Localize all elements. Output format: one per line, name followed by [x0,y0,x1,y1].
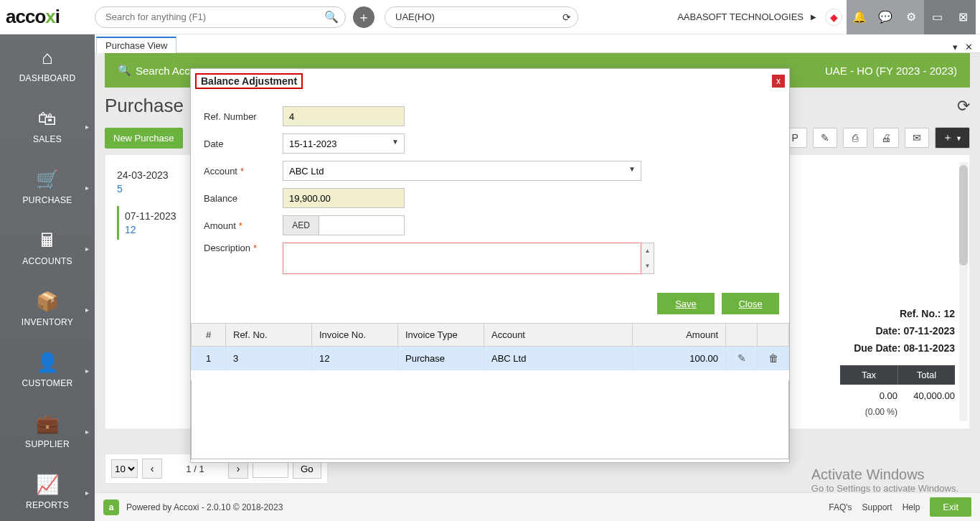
amount-wrapper: AED [283,215,405,235]
label-balance: Balance [204,193,283,204]
mail-icon[interactable]: ✉ [905,128,929,148]
pdf-icon[interactable]: ⎙ [843,128,867,148]
faq-link[interactable]: FAQ's [829,502,852,512]
alert-badge-icon[interactable]: ◆ [825,9,842,26]
prev-page-button[interactable]: ‹ [142,459,162,479]
nav-reports[interactable]: 📈REPORTS▸ [0,461,95,521]
label-date: Date [204,139,283,149]
toolbar-search-label: Search Acco [136,65,196,77]
cell-invoice-no: 12 [312,347,398,370]
statusbar: a Powered by Accoxi - 2.0.10 © 2018-2023… [95,492,980,521]
row-amount: Amount* AED [204,215,776,235]
row-account: Account* ▼ [204,161,776,181]
description-textarea[interactable] [283,243,641,274]
calculator-icon: 🖩 [38,230,57,252]
nav-customer[interactable]: 👤CUSTOMER▸ [0,339,95,400]
down-icon[interactable]: ▼ [641,258,654,273]
financial-year-label: UAE - HO (FY 2023 - 2023) [825,65,957,77]
adjustment-grid-wrap: # Ref. No. Invoice No. Invoice Type Acco… [191,323,789,462]
row-edit-icon[interactable]: ✎ [738,352,746,364]
preview-action-bar: P ✎ ⎙ 🖨 ✉ ＋▼ [783,127,970,149]
help-link[interactable]: Help [903,502,920,512]
balance-input [283,188,405,208]
chat-icon[interactable]: 💬 [872,0,898,34]
person-icon: 👤 [36,352,59,374]
nav-accounts[interactable]: 🖩ACCOUNTS▸ [0,217,95,278]
cell-amount: 100.00 [633,347,726,370]
tabstrip: Purchase View ▾ ✕ [95,34,980,53]
nav-inventory[interactable]: 📦INVENTORY▸ [0,278,95,339]
cell-refno: 3 [226,347,312,370]
tab-close-icon[interactable]: ✕ [965,42,973,52]
chevron-down-icon[interactable]: ▼ [392,138,399,146]
caret-icon: ▸ [85,183,89,191]
tab-purchase-view[interactable]: Purchase View [96,37,176,53]
row-delete-icon[interactable]: 🗑 [768,352,778,364]
nav-sales[interactable]: 🛍SALES▸ [0,95,95,156]
up-icon[interactable]: ▲ [641,243,654,258]
company-caret-icon[interactable]: ▶ [811,13,816,21]
edit-icon[interactable]: ✎ [813,128,837,148]
grid-header-row: # Ref. No. Invoice No. Invoice Type Acco… [192,324,789,347]
org-selector: ⟳ [385,6,578,28]
minimize-icon[interactable]: ▭ [924,0,950,34]
grid-row[interactable]: 1 3 12 Purchase ABC Ltd 100.00 ✎ 🗑 [192,347,789,370]
more-button[interactable]: ＋▼ [935,127,970,149]
org-input[interactable] [385,6,578,28]
tab-dock-icon[interactable]: ▾ [953,42,958,52]
nav-supplier[interactable]: 💼SUPPLIER▸ [0,400,95,461]
sync-icon[interactable]: ⟳ [562,11,571,23]
row-balance: Balance [204,188,776,208]
global-search-input[interactable] [95,6,346,28]
toolbar-search[interactable]: 🔍 Search Acco [118,64,196,77]
modal-body: Ref. Number Date ▼ Account* ▼ Balance Am… [191,93,789,288]
amount-input[interactable] [319,215,405,235]
caret-icon: ▸ [85,488,89,496]
status-right: FAQ's Support Help Exit [829,497,971,517]
print-icon[interactable]: 🖨 [873,128,899,148]
nav-purchase[interactable]: 🛒PURCHASE▸ [0,156,95,217]
preview-scrollbar[interactable] [959,162,968,421]
add-button[interactable]: ＋ [353,6,374,28]
bell-icon[interactable]: 🔔 [847,0,872,34]
company-name[interactable]: AABASOFT TECHNOLOGIES [677,11,804,22]
new-purchase-button[interactable]: New Purchase [105,128,183,149]
ref-number-input [283,106,405,126]
head-total: Total [897,365,955,385]
chart-icon: 📈 [36,474,59,496]
logo-part-x: x [45,6,55,27]
topbar-right: AABASOFT TECHNOLOGIES ▶ ◆ 🔔 💬 ⚙ ▭ ⊠ [677,0,980,34]
save-button[interactable]: Save [657,293,715,314]
nav-dashboard[interactable]: ⌂DASHBOARD [0,34,95,95]
nav-label: SUPPLIER [25,439,70,449]
support-link[interactable]: Support [862,502,892,512]
date-label: Date: [875,325,900,337]
date-value: 07-11-2023 [903,325,955,337]
cart-icon: 🛒 [36,169,59,191]
scroll-thumb[interactable] [959,165,968,266]
row-refnumber: Ref. Number [204,106,776,126]
caret-icon: ▸ [85,122,89,130]
required-mark: * [253,243,257,253]
required-mark: * [240,166,244,177]
modal-close-icon[interactable]: x [772,75,785,88]
account-select[interactable] [283,161,641,181]
ref-label: Ref. No.: [900,308,941,319]
close-button[interactable]: Close [722,293,779,314]
search-icon[interactable]: 🔍 [324,10,339,24]
label-amount: Amount* [204,220,283,231]
refresh-icon[interactable]: ⟳ [957,97,970,116]
date-input[interactable] [283,133,405,154]
exit-button[interactable]: Exit [930,497,971,517]
chevron-down-icon[interactable]: ▼ [628,165,636,173]
close-icon[interactable]: ⊠ [950,0,976,34]
due-label: Due Date: [854,342,900,354]
activation-watermark: Activate Windows Go to Settings to activ… [811,466,958,494]
bag-icon: 🛍 [38,108,57,130]
ref-value: 12 [943,308,955,319]
gear-icon[interactable]: ⚙ [898,0,924,34]
page-size-select[interactable]: 10 [111,459,138,478]
logo: accoxi [0,6,95,28]
system-tray: 🔔 💬 ⚙ ▭ ⊠ [847,0,976,34]
nav-label: DASHBOARD [19,73,76,83]
